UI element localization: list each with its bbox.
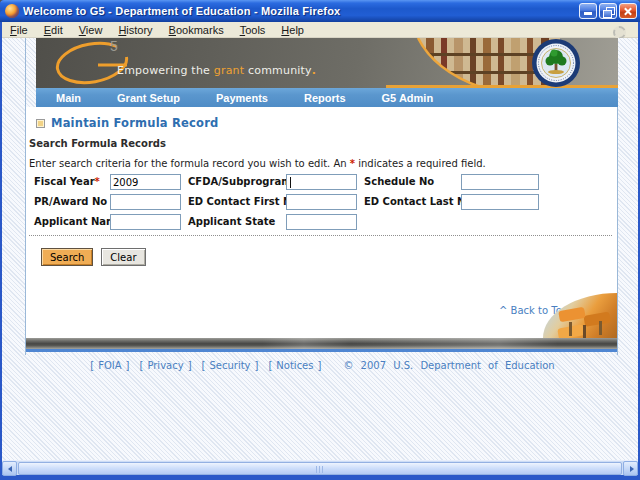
banner-tagline: Empowering the grant community. xyxy=(117,64,316,77)
nav-grant-setup[interactable]: Grant Setup xyxy=(117,92,180,104)
restore-button[interactable] xyxy=(599,3,617,19)
footer-link-group: [FOIA] [Privacy] [Security] [Notices] xyxy=(90,360,321,371)
footer-link-security[interactable]: Security xyxy=(205,360,254,371)
fiscal-year-label: Fiscal Year* xyxy=(34,176,100,187)
menu-help[interactable]: Help xyxy=(273,23,312,37)
page-title-row: Maintain Formula Record xyxy=(36,116,218,130)
applicant-name-input[interactable] xyxy=(110,214,181,230)
page-title: Maintain Formula Record xyxy=(51,116,218,130)
fiscal-year-input[interactable] xyxy=(110,174,181,190)
dotted-divider xyxy=(29,235,612,236)
g5-logo-five: 5 xyxy=(110,38,118,54)
menu-history[interactable]: History xyxy=(110,23,160,37)
footer-divider-bar xyxy=(26,338,617,352)
text-caret xyxy=(290,177,291,188)
applicant-state-label: Applicant State xyxy=(188,216,275,227)
ed-seal-icon xyxy=(532,39,580,87)
schedule-no-input[interactable] xyxy=(461,174,539,190)
browser-viewport: 5 Empowering the grant community. xyxy=(2,38,638,460)
g5-logo-icon xyxy=(48,40,140,86)
button-row: Search Clear xyxy=(41,248,146,266)
applicant-state-input[interactable] xyxy=(286,214,357,230)
page-content: Maintain Formula Record Search Formula R… xyxy=(26,107,617,338)
nav-payments[interactable]: Payments xyxy=(216,92,268,104)
instructions: Enter search criteria for the formula re… xyxy=(29,158,486,169)
scrollbar-thumb[interactable] xyxy=(18,462,622,475)
close-button[interactable] xyxy=(619,3,637,19)
footer-link-privacy[interactable]: Privacy xyxy=(143,360,187,371)
menu-file[interactable]: File xyxy=(2,23,36,37)
footer-link-foia[interactable]: FOIA xyxy=(94,360,125,371)
cfda-subprogram-label: CFDA/Subprogram xyxy=(188,176,292,187)
bookshelf-image xyxy=(386,38,618,88)
firefox-icon xyxy=(5,4,19,18)
copyright-text: © 2007 U.S. Department of Education xyxy=(343,360,554,371)
menu-bar: File Edit View History Bookmarks Tools H… xyxy=(2,22,638,38)
form-row-1: Fiscal Year* CFDA/Subprogram Schedule No xyxy=(26,174,617,192)
minimize-button[interactable] xyxy=(579,3,597,19)
footer: [FOIA] [Privacy] [Security] [Notices] © … xyxy=(25,360,620,371)
window-controls xyxy=(579,3,637,19)
schedule-no-label: Schedule No xyxy=(364,176,434,187)
horizontal-scrollbar[interactable] xyxy=(2,460,638,475)
footer-link-notices[interactable]: Notices xyxy=(272,360,317,371)
nav-bar: Main Grant Setup Payments Reports G5 Adm… xyxy=(36,88,618,107)
pr-award-no-input[interactable] xyxy=(110,194,181,210)
ed-contact-first-name-input[interactable] xyxy=(286,194,357,210)
g5-banner: 5 Empowering the grant community. xyxy=(36,38,618,88)
classroom-desks-image xyxy=(543,293,617,338)
nav-main[interactable]: Main xyxy=(56,92,81,104)
nav-g5-admin[interactable]: G5 Admin xyxy=(382,92,434,104)
ed-contact-last-name-input[interactable] xyxy=(461,194,539,210)
nav-reports[interactable]: Reports xyxy=(304,92,346,104)
scroll-left-arrow[interactable] xyxy=(2,461,17,476)
required-asterisk: * xyxy=(95,176,100,187)
section-title: Search Formula Records xyxy=(29,138,166,149)
scroll-right-arrow[interactable] xyxy=(623,461,638,476)
title-bar: Welcome to G5 - Department of Education … xyxy=(0,0,640,22)
form-row-2: PR/Award No ED Contact First Name ED Con… xyxy=(26,194,617,212)
form-row-3: Applicant Name Applicant State xyxy=(26,214,617,232)
menu-view[interactable]: View xyxy=(71,23,111,37)
clear-button[interactable]: Clear xyxy=(101,248,145,266)
firefox-window: Welcome to G5 - Department of Education … xyxy=(0,0,640,480)
menu-bookmarks[interactable]: Bookmarks xyxy=(161,23,232,37)
pr-award-no-label: PR/Award No xyxy=(34,196,107,207)
menu-tools[interactable]: Tools xyxy=(232,23,274,37)
cfda-subprogram-input[interactable] xyxy=(286,174,357,190)
bullet-icon xyxy=(36,119,45,128)
menu-edit[interactable]: Edit xyxy=(36,23,71,37)
search-button[interactable]: Search xyxy=(41,248,93,266)
page-column: 5 Empowering the grant community. xyxy=(25,38,618,355)
window-title: Welcome to G5 - Department of Education … xyxy=(23,5,579,17)
